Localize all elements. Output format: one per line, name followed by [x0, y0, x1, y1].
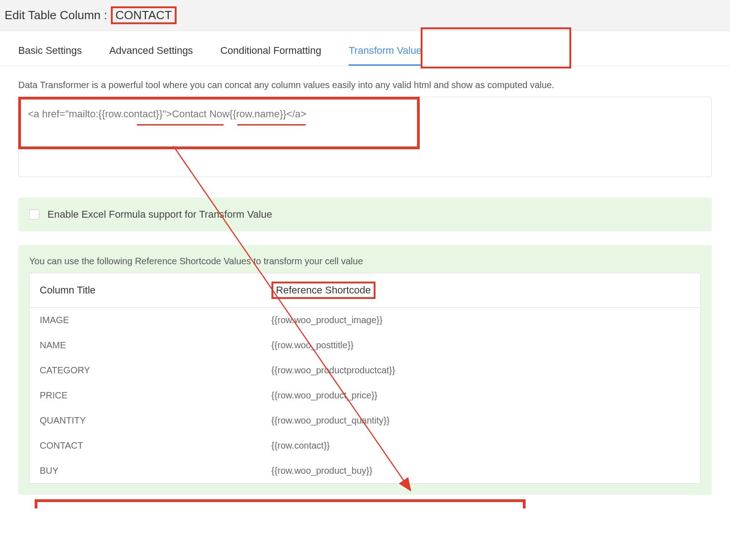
cell-title: NAME: [30, 333, 261, 358]
transform-value-input[interactable]: [18, 97, 712, 177]
th-column-title: Column Title: [30, 273, 261, 307]
shortcode-table-header-row: Column Title Reference Shortcode: [30, 273, 701, 307]
header-column-name: CONTACT: [111, 6, 177, 24]
cell-code: {{row.woo_posttitle}}: [261, 333, 701, 358]
cell-title: PRICE: [30, 383, 261, 408]
cell-title: BUY: [30, 458, 261, 484]
table-row: IMAGE {{row.woo_product_image}}: [30, 307, 701, 333]
cell-code: {{row.woo_product_image}}: [261, 307, 701, 333]
table-row: QUANTITY {{row.woo_product_quantity}}: [30, 408, 701, 433]
cell-title: CONTACT: [30, 433, 261, 458]
excel-formula-checkbox[interactable]: [29, 209, 39, 220]
table-row: CONTACT {{row.contact}}: [30, 433, 701, 458]
tabs-bar: Basic Settings Advanced Settings Conditi…: [0, 31, 730, 66]
excel-formula-panel: Enable Excel Formula support for Transfo…: [18, 198, 712, 231]
transformer-description: Data Transformer is a powerful tool wher…: [18, 80, 712, 90]
page-header: Edit Table Column : CONTACT: [0, 0, 730, 31]
shortcode-section: You can use the following Reference Shor…: [18, 245, 712, 495]
table-row: BUY {{row.woo_product_buy}}: [30, 458, 701, 484]
tab-basic-settings[interactable]: Basic Settings: [18, 45, 82, 66]
excel-formula-label: Enable Excel Formula support for Transfo…: [47, 209, 272, 220]
shortcode-intro: You can use the following Reference Shor…: [29, 256, 701, 267]
cell-code: {{row.woo_product_buy}}: [261, 458, 701, 484]
cell-code: {{row.woo_productproductcat}}: [261, 358, 701, 383]
table-row: PRICE {{row.woo_product_price}}: [30, 383, 701, 408]
table-row: NAME {{row.woo_posttitle}}: [30, 333, 701, 358]
highlight-box-tab: [421, 27, 571, 68]
cell-code: {{row.woo_product_quantity}}: [261, 408, 701, 433]
th-reference-shortcode: Reference Shortcode: [261, 273, 701, 307]
tab-conditional-formatting[interactable]: Conditional Formatting: [220, 45, 321, 66]
header-title-prefix: Edit Table Column :: [5, 8, 107, 22]
cell-title: CATEGORY: [30, 358, 261, 383]
highlight-box-th-reference: Reference Shortcode: [271, 282, 375, 299]
cell-code: {{row.woo_product_price}}: [261, 383, 701, 408]
tab-transform-value[interactable]: Transform Value: [349, 45, 422, 66]
content-area: Data Transformer is a powerful tool wher…: [0, 66, 730, 508]
transform-textarea-wrap: [18, 97, 712, 179]
cell-code: {{row.contact}}: [261, 433, 701, 458]
tab-advanced-settings[interactable]: Advanced Settings: [109, 45, 193, 66]
shortcode-table: Column Title Reference Shortcode IMAGE {…: [29, 273, 701, 484]
table-row: CATEGORY {{row.woo_productproductcat}}: [30, 358, 701, 383]
cell-title: IMAGE: [30, 307, 261, 333]
cell-title: QUANTITY: [30, 408, 261, 433]
